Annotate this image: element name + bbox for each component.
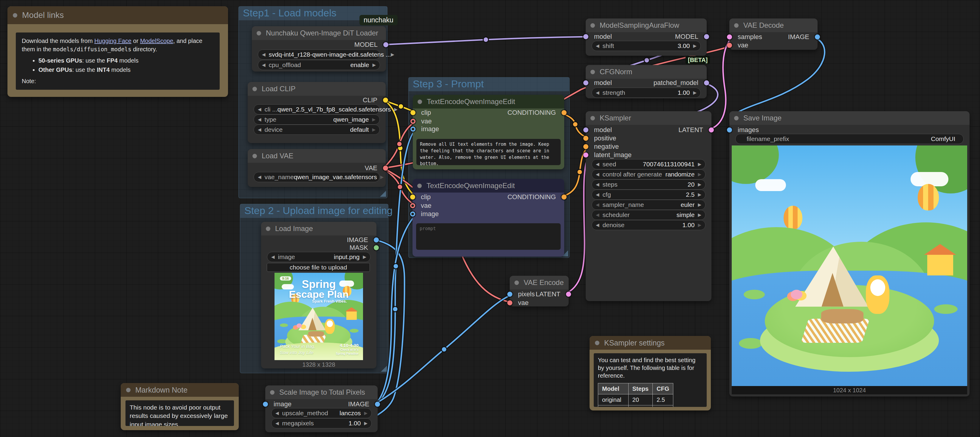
- left-arrow-icon[interactable]: ◀: [596, 90, 600, 95]
- right-arrow-icon[interactable]: ▶: [698, 162, 701, 167]
- left-arrow-icon[interactable]: ◀: [275, 410, 279, 416]
- model-input-dot[interactable]: [583, 34, 589, 39]
- right-arrow-icon[interactable]: ▶: [372, 117, 375, 122]
- positive-prompt-textarea[interactable]: Remove all UI text elements from the ima…: [416, 139, 561, 165]
- right-arrow-icon[interactable]: ▶: [698, 192, 701, 197]
- widget-type[interactable]: ◀typeqwen_image▶: [254, 114, 380, 125]
- node-header[interactable]: ModelSamplingAuraFlow: [585, 19, 707, 32]
- left-arrow-icon[interactable]: ◀: [596, 202, 600, 208]
- widget-seed[interactable]: ◀seed700746113100941▶: [592, 159, 705, 169]
- clip-input-dot[interactable]: [410, 195, 415, 200]
- collapse-dot[interactable]: [417, 184, 422, 188]
- left-arrow-icon[interactable]: ◀: [596, 222, 600, 228]
- patched-model-output-dot[interactable]: [704, 81, 709, 86]
- vae-input-dot[interactable]: [410, 119, 415, 124]
- right-arrow-icon[interactable]: ▶: [380, 175, 384, 180]
- collapse-dot[interactable]: [253, 154, 257, 158]
- widget-vae-name[interactable]: ◀vae_nameqwen_image_vae.safetensors▶: [254, 172, 380, 182]
- node-header[interactable]: Load VAE: [248, 149, 386, 163]
- collapse-dot[interactable]: [514, 281, 519, 285]
- image-input-dot[interactable]: [410, 127, 415, 132]
- image-output-dot[interactable]: [375, 402, 380, 407]
- left-arrow-icon[interactable]: ◀: [596, 182, 600, 187]
- node-header[interactable]: VAE Decode: [729, 19, 818, 32]
- node-cfgnorm[interactable]: CFGNorm model patched_model ◀strength1.0…: [585, 65, 707, 99]
- widget-denoise[interactable]: ◀denoise1.00▶: [592, 220, 705, 230]
- note-markdown[interactable]: Markdown Note This node is to avoid poor…: [121, 383, 239, 430]
- widget-model-name[interactable]: ◀svdq-int4_r128-qwen-image-edit.safetens…: [258, 49, 380, 60]
- note-ksampler-settings[interactable]: KSampler settings You can test and find …: [590, 336, 711, 410]
- widget-megapixels[interactable]: ◀megapixels1.00▶: [271, 418, 372, 428]
- widget-cpu-offload[interactable]: ◀cpu_offloadenable▶: [258, 60, 380, 70]
- conditioning-output-dot[interactable]: [562, 195, 566, 200]
- collapse-dot[interactable]: [253, 87, 257, 91]
- node-text-encode-positive[interactable]: TextEncodeQwenImageEdit clip vae image C…: [413, 95, 564, 169]
- collapse-dot[interactable]: [257, 31, 261, 35]
- node-header[interactable]: Nunchaku Qwen-Image DiT Loader: [252, 26, 386, 40]
- comfyui-canvas[interactable]: Step1 - Load models Step 2 - Upload imag…: [0, 0, 980, 437]
- right-arrow-icon[interactable]: ▶: [363, 254, 366, 260]
- node-header[interactable]: Load Image: [261, 222, 377, 235]
- model-output-dot[interactable]: [383, 42, 388, 48]
- samples-input-dot[interactable]: [727, 35, 732, 40]
- node-text-encode-negative[interactable]: TextEncodeQwenImageEdit clip vae image C…: [412, 179, 564, 257]
- left-arrow-icon[interactable]: ◀: [596, 192, 600, 197]
- node-model-sampling-auraflow[interactable]: ModelSamplingAuraFlow model MODEL ◀shift…: [585, 19, 707, 56]
- right-arrow-icon[interactable]: ▶: [372, 127, 375, 132]
- left-arrow-icon[interactable]: ◀: [596, 172, 600, 177]
- negative-prompt-textarea[interactable]: prompt: [416, 223, 561, 250]
- left-arrow-icon[interactable]: ◀: [596, 43, 600, 49]
- node-header[interactable]: Load CLIP: [248, 82, 386, 96]
- image-input-dot[interactable]: [410, 211, 415, 217]
- collapse-dot[interactable]: [590, 116, 595, 121]
- widget-shift[interactable]: ◀shift3.00▶: [592, 41, 701, 51]
- left-arrow-icon[interactable]: ◀: [271, 254, 275, 260]
- choose-file-button[interactable]: choose file to upload: [267, 263, 370, 272]
- left-arrow-icon[interactable]: ◀: [258, 117, 261, 122]
- widget-cfg[interactable]: ◀cfg2.5▶: [592, 189, 705, 200]
- widget-device[interactable]: ◀devicedefault▶: [254, 125, 380, 135]
- widget-clip-name[interactable]: ◀cli ...qwen_2.5_vl_7b_fp8_scaled.safete…: [254, 104, 380, 114]
- right-arrow-icon[interactable]: ▶: [698, 182, 701, 187]
- widget-scheduler[interactable]: ◀schedulersimple▶: [592, 210, 705, 220]
- node-scale-image-to-total-pixels[interactable]: Scale Image to Total Pixels image IMAGE …: [265, 385, 378, 432]
- node-header[interactable]: Scale Image to Total Pixels: [265, 385, 378, 399]
- collapse-dot[interactable]: [590, 23, 595, 28]
- right-arrow-icon[interactable]: ▶: [394, 107, 398, 112]
- note-model-links[interactable]: Model links Download the models from Hug…: [8, 6, 228, 97]
- node-header[interactable]: KSampler: [585, 111, 711, 125]
- node-header[interactable]: TextEncodeQwenImageEdit: [412, 179, 564, 192]
- right-arrow-icon[interactable]: ▶: [693, 90, 697, 95]
- right-arrow-icon[interactable]: ▶: [364, 421, 368, 426]
- images-input-dot[interactable]: [727, 127, 732, 133]
- image-output-dot[interactable]: [815, 35, 820, 40]
- vae-input-dot[interactable]: [507, 300, 512, 305]
- widget-control-after-generate[interactable]: ◀control after generaterandomize▶: [592, 169, 705, 180]
- left-arrow-icon[interactable]: ◀: [275, 421, 279, 426]
- collapse-dot[interactable]: [590, 70, 595, 74]
- node-vae-encode[interactable]: VAE Encode pixels vae LATENT: [510, 276, 569, 307]
- collapse-dot[interactable]: [270, 390, 275, 395]
- left-arrow-icon[interactable]: ◀: [258, 175, 261, 180]
- collapse-dot[interactable]: [266, 227, 270, 231]
- vae-output-dot[interactable]: [383, 166, 388, 171]
- left-arrow-icon[interactable]: ◀: [262, 52, 266, 57]
- widget-steps[interactable]: ◀steps20▶: [592, 180, 705, 189]
- collapse-dot[interactable]: [734, 23, 738, 28]
- widget-filename-prefix[interactable]: filename_prefixComfyUI: [735, 134, 964, 144]
- node-header[interactable]: Save Image: [729, 111, 970, 125]
- node-save-image[interactable]: Save Image images filename_prefixComfyUI: [729, 111, 970, 396]
- model-input-dot[interactable]: [583, 81, 589, 86]
- right-arrow-icon[interactable]: ▶: [698, 222, 701, 228]
- modelscope-link[interactable]: ModelScope: [140, 38, 173, 44]
- latent-output-dot[interactable]: [709, 127, 714, 133]
- node-header[interactable]: TextEncodeQwenImageEdit: [413, 95, 564, 108]
- right-arrow-icon[interactable]: ▶: [372, 62, 376, 68]
- right-arrow-icon[interactable]: ▶: [698, 202, 701, 208]
- left-arrow-icon[interactable]: ◀: [258, 127, 261, 132]
- vae-input-dot[interactable]: [410, 203, 415, 208]
- widget-image-file[interactable]: ◀imageinput.png▶: [267, 252, 371, 262]
- clip-input-dot[interactable]: [410, 110, 415, 115]
- left-arrow-icon[interactable]: ◀: [596, 162, 600, 167]
- left-arrow-icon[interactable]: ◀: [262, 62, 266, 68]
